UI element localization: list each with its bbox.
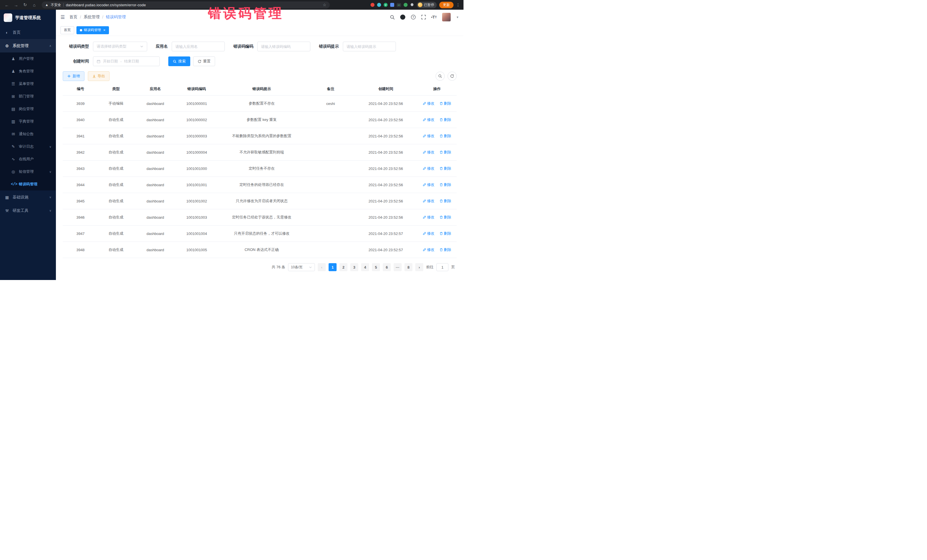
- sidebar-item-online-users[interactable]: ∿ 在线用户: [0, 153, 56, 165]
- page-button[interactable]: 8: [404, 263, 412, 271]
- delete-link[interactable]: 删除: [439, 199, 451, 203]
- table-row[interactable]: 3946 自动生成 dashboard 1001001003 定时任务已经处于该…: [63, 209, 457, 226]
- sidebar-item-system-management[interactable]: ⚙ 系统管理 ∧: [0, 39, 56, 52]
- table-row[interactable]: 3940 自动生成 dashboard 1001000002 参数配置 key …: [63, 112, 457, 128]
- edit-link[interactable]: 修改: [423, 199, 435, 203]
- page-button[interactable]: 4: [361, 263, 369, 271]
- search-button[interactable]: 搜索: [168, 56, 190, 66]
- error-hint-input[interactable]: [343, 42, 396, 51]
- delete-link[interactable]: 删除: [439, 215, 451, 220]
- date-range-picker[interactable]: 开始日期 - 结束日期: [93, 56, 160, 66]
- edit-link[interactable]: 修改: [423, 182, 435, 187]
- extension-icon[interactable]: [404, 3, 407, 7]
- delete-link[interactable]: 删除: [439, 101, 451, 106]
- sidebar-item-error-code-management[interactable]: </> 错误码管理: [0, 178, 56, 190]
- search-icon[interactable]: [390, 15, 395, 20]
- table-row[interactable]: 3941 自动生成 dashboard 1001000003 不能删除类型为系统…: [63, 128, 457, 144]
- fullscreen-icon[interactable]: [421, 15, 426, 20]
- delete-link[interactable]: 删除: [439, 150, 451, 155]
- extension-icon[interactable]: [390, 3, 394, 7]
- table-row[interactable]: 3947 自动生成 dashboard 1001001004 只有开启状态的任务…: [63, 226, 457, 242]
- table-row[interactable]: 3939 手动编辑 dashboard 1001000001 参数配置不存在 c…: [63, 96, 457, 112]
- home-icon[interactable]: ⌂: [31, 2, 38, 8]
- edit-link[interactable]: 修改: [423, 101, 435, 106]
- delete-link[interactable]: 删除: [439, 247, 451, 252]
- prev-page-button[interactable]: ‹: [318, 263, 326, 271]
- refresh-button[interactable]: [448, 71, 457, 81]
- font-size-icon[interactable]: ⬞TT: [431, 15, 437, 20]
- bookmark-star-icon[interactable]: ☆: [322, 3, 326, 7]
- goto-page-input[interactable]: [436, 263, 448, 271]
- export-button[interactable]: 导出: [88, 71, 109, 81]
- edit-link[interactable]: 修改: [423, 231, 435, 236]
- reset-button[interactable]: 重置: [193, 56, 215, 66]
- page-button[interactable]: 5: [372, 263, 380, 271]
- url-text[interactable]: dashboard.yudao.iocoder.cn/system/error-…: [66, 3, 146, 7]
- edit-link[interactable]: 修改: [423, 166, 435, 171]
- github-icon[interactable]: [400, 15, 405, 20]
- reload-icon[interactable]: ↻: [22, 2, 29, 8]
- extension-icon[interactable]: [377, 3, 381, 7]
- more-pages-button[interactable]: ···: [394, 263, 401, 271]
- breadcrumb-item[interactable]: 首页: [69, 15, 77, 20]
- error-type-select[interactable]: 请选择错误码类型: [93, 42, 147, 51]
- delete-link[interactable]: 删除: [439, 182, 451, 187]
- app-name-input[interactable]: [172, 42, 225, 51]
- page-button[interactable]: 1: [328, 263, 337, 271]
- sidebar-item-notice[interactable]: ✉ 通知公告: [0, 128, 56, 140]
- error-code-input[interactable]: [257, 42, 310, 51]
- tab-home[interactable]: 首页: [61, 26, 74, 34]
- close-icon[interactable]: ×: [103, 28, 106, 32]
- extension-icon[interactable]: [371, 3, 374, 7]
- puzzle-icon[interactable]: [410, 3, 414, 7]
- sidebar-item-dept-management[interactable]: ⊞ 部门管理: [0, 90, 56, 103]
- table-row[interactable]: 3944 自动生成 dashboard 1001001001 定时任务的处理器已…: [63, 177, 457, 193]
- delete-link[interactable]: 删除: [439, 231, 451, 236]
- table-row[interactable]: 3942 自动生成 dashboard 1001000004 不允许获取敏感配置…: [63, 144, 457, 161]
- page-size-select[interactable]: 10条/页: [288, 263, 315, 271]
- next-page-button[interactable]: ›: [415, 263, 423, 271]
- edit-link[interactable]: 修改: [423, 215, 435, 220]
- page-button[interactable]: 2: [339, 263, 347, 271]
- logo-row[interactable]: 芋道管理系统: [0, 10, 56, 26]
- back-icon[interactable]: ←: [3, 2, 10, 8]
- sidebar-item-menu-management[interactable]: ☰ 菜单管理: [0, 77, 56, 90]
- add-button[interactable]: 新增: [63, 71, 84, 81]
- delete-link[interactable]: 删除: [439, 166, 451, 171]
- sidebar-item-home[interactable]: ◐ 首页: [0, 26, 56, 39]
- table-row[interactable]: 3948 自动生成 dashboard 1001001005 CRON 表达式不…: [63, 242, 457, 258]
- browser-menu-icon[interactable]: ⋮: [456, 3, 460, 7]
- extension-icon[interactable]: on: [397, 3, 401, 7]
- sidebar-item-post-management[interactable]: ▤ 岗位管理: [0, 103, 56, 115]
- sidebar-item-infrastructure[interactable]: ▦ 基础设施 ∨: [0, 190, 56, 204]
- edit-link[interactable]: 修改: [423, 117, 435, 122]
- sidebar-item-audit-log[interactable]: ✎ 审计日志 ∨: [0, 140, 56, 153]
- edit-link[interactable]: 修改: [423, 150, 435, 155]
- sidebar-item-dict-management[interactable]: ▥ 字典管理: [0, 115, 56, 128]
- extension-icon[interactable]: V: [384, 3, 388, 7]
- sidebar-item-role-management[interactable]: ♟ 角色管理: [0, 65, 56, 77]
- table-row[interactable]: 3945 自动生成 dashboard 1001001002 只允许修改为开启或…: [63, 193, 457, 209]
- toggle-search-button[interactable]: [436, 71, 445, 81]
- chevron-down-icon[interactable]: ▼: [456, 16, 459, 19]
- breadcrumb-item[interactable]: 系统管理: [84, 15, 100, 20]
- delete-link[interactable]: 删除: [439, 117, 451, 122]
- page-button[interactable]: 6: [383, 263, 391, 271]
- table-row[interactable]: 3943 自动生成 dashboard 1001001000 定时任务不存在 2…: [63, 161, 457, 177]
- edit-link[interactable]: 修改: [423, 247, 435, 252]
- forward-icon[interactable]: →: [12, 2, 20, 8]
- security-label[interactable]: 不安全: [51, 3, 61, 8]
- address-bar[interactable]: ▲ 不安全 dashboard.yudao.iocoder.cn/system/…: [42, 2, 330, 9]
- sidebar-item-sms-management[interactable]: ◎ 短信管理 ∨: [0, 165, 56, 178]
- paused-badge[interactable]: 已暂停: [417, 2, 437, 8]
- help-icon[interactable]: ?: [411, 15, 416, 20]
- browser-update-button[interactable]: 更新: [439, 2, 453, 8]
- tab-error-code-management[interactable]: 错误码管理 ×: [76, 26, 109, 34]
- edit-link[interactable]: 修改: [423, 134, 435, 138]
- collapse-sidebar-icon[interactable]: ☰: [61, 14, 65, 20]
- delete-link[interactable]: 删除: [439, 134, 451, 138]
- avatar[interactable]: [442, 13, 451, 21]
- page-button[interactable]: 3: [350, 263, 358, 271]
- sidebar-item-user-management[interactable]: ♟ 用户管理: [0, 52, 56, 65]
- sidebar-item-devtools[interactable]: ⚒ 研发工具 ∨: [0, 204, 56, 217]
